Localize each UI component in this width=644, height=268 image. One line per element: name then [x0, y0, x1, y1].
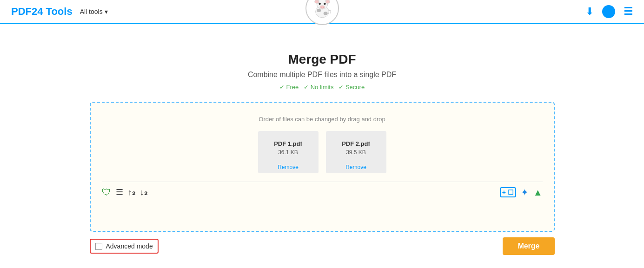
- dropzone-hint: Order of files can be changed by drag an…: [102, 116, 543, 123]
- advanced-mode-text: Advanced mode: [106, 242, 153, 250]
- main-content: Merge PDF Combine multiple PDF files int…: [0, 24, 644, 260]
- file-card: PDF 1.pdf 36.1 KB Remove: [258, 131, 319, 173]
- google-drive-icon[interactable]: ▲: [533, 187, 543, 198]
- add-file-icon[interactable]: + ☐: [500, 187, 516, 197]
- dropzone[interactable]: Order of files can be changed by drag an…: [90, 102, 555, 232]
- feature-free: ✓ Free: [279, 84, 299, 91]
- svg-point-2: [314, 0, 319, 3]
- header-right-icons: ⬇ ☰: [585, 5, 633, 18]
- mascot-svg: [310, 0, 335, 21]
- file-card-body: PDF 2.pdf 39.5 KB: [326, 131, 386, 161]
- svg-point-4: [319, 3, 321, 5]
- page-title: Merge PDF: [288, 52, 356, 67]
- merge-button[interactable]: Merge: [503, 237, 554, 255]
- hamburger-menu-icon[interactable]: ☰: [624, 6, 633, 18]
- advanced-mode-label[interactable]: Advanced mode: [90, 239, 159, 254]
- svg-point-3: [325, 0, 330, 3]
- page-subtitle: Combine multiple PDF files into a single…: [248, 71, 396, 79]
- file-size: 36.1 KB: [264, 149, 313, 156]
- shield-icon[interactable]: 🛡: [102, 187, 111, 198]
- page-features: ✓ Free ✓ No limits ✓ Secure: [279, 84, 365, 91]
- advanced-mode-checkbox[interactable]: [95, 243, 102, 250]
- remove-file-button[interactable]: Remove: [258, 161, 319, 173]
- list-icon[interactable]: ☰: [116, 187, 123, 197]
- files-list: PDF 1.pdf 36.1 KB Remove PDF 2.pdf 39.5 …: [102, 131, 543, 173]
- mascot-logo: [305, 0, 339, 25]
- svg-point-8: [323, 7, 324, 7]
- user-avatar[interactable]: [602, 5, 615, 18]
- file-name: PDF 2.pdf: [332, 140, 381, 147]
- download-icon[interactable]: ⬇: [585, 6, 594, 18]
- remove-file-button[interactable]: Remove: [326, 161, 386, 173]
- toolbar-right: + ☐ ✦ ▲: [500, 187, 543, 198]
- svg-point-5: [324, 3, 326, 5]
- svg-point-9: [317, 9, 321, 12]
- svg-point-10: [323, 12, 327, 15]
- chevron-down-icon: ▾: [105, 8, 108, 15]
- bottom-bar: Advanced mode Merge: [90, 233, 555, 260]
- svg-point-6: [319, 6, 325, 9]
- svg-point-7: [320, 7, 321, 7]
- file-name: PDF 1.pdf: [264, 140, 313, 147]
- all-tools-label: All tools: [80, 8, 103, 15]
- header: PDF24 Tools All tools ▾: [0, 0, 644, 24]
- file-card: PDF 2.pdf 39.5 KB Remove: [326, 131, 386, 173]
- feature-secure: ✓ Secure: [339, 84, 365, 91]
- sort-asc-icon[interactable]: ↑₂: [128, 187, 135, 197]
- toolbar-left: 🛡 ☰ ↑₂ ↓₂: [102, 187, 147, 198]
- dropzone-toolbar: 🛡 ☰ ↑₂ ↓₂ + ☐ ✦ ▲: [102, 182, 543, 203]
- sort-desc-icon[interactable]: ↓₂: [140, 187, 147, 197]
- site-logo[interactable]: PDF24 Tools: [11, 6, 73, 18]
- dropbox-icon[interactable]: ✦: [521, 187, 529, 198]
- file-card-body: PDF 1.pdf 36.1 KB: [258, 131, 319, 161]
- all-tools-menu[interactable]: All tools ▾: [80, 8, 108, 15]
- feature-no-limits: ✓ No limits: [304, 84, 333, 91]
- file-size: 39.5 KB: [332, 149, 381, 156]
